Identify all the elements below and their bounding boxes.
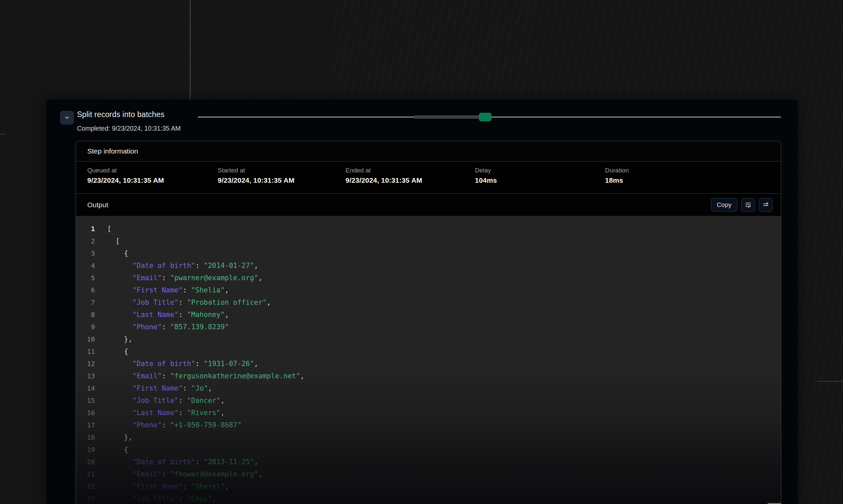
line-number: 23 (76, 493, 95, 504)
code-text: "Date of birth": "2014-01-27", (107, 259, 258, 272)
field-value: 9/23/2024, 10:31:35 AM (345, 176, 475, 184)
code-line: 3 { (76, 247, 781, 259)
code-line: 4 "Date of birth": "2014-01-27", (76, 259, 781, 272)
scroll-to-top-button[interactable] (759, 198, 773, 212)
scroll-to-top-icon (762, 201, 769, 208)
wrap-text-icon (745, 201, 752, 208)
code-line: 2 [ (76, 235, 781, 247)
line-number: 12 (76, 358, 95, 370)
code-line: 15 "Job Title": "Dancer", (76, 395, 781, 407)
code-line: 9 "Phone": "857.139.8239" (76, 321, 781, 333)
line-number: 4 (76, 259, 95, 272)
field-value: 9/23/2024, 10:31:35 AM (87, 176, 218, 184)
output-header: Output Copy (76, 194, 781, 216)
code-line: 1[ (76, 223, 781, 235)
code-text: [ (107, 223, 111, 235)
line-number: 14 (76, 382, 95, 395)
code-line: 7 "Job Title": "Probation officer", (76, 296, 781, 309)
output-code-viewer: 1[2 [3 {4 "Date of birth": "2014-01-27",… (76, 216, 781, 504)
line-number: 6 (76, 284, 95, 296)
code-text: "First Name": "Shelia", (107, 284, 229, 296)
code-text: "Job Title": "Dancer", (107, 395, 225, 407)
code-text: { (107, 345, 128, 358)
step-information-title: Step information (87, 147, 138, 155)
step-info-field: Queued at9/23/2024, 10:31:35 AM (87, 167, 218, 193)
step-info-field: Ended at9/23/2024, 10:31:35 AM (345, 167, 475, 193)
code-line: 14 "First Name": "Jo", (76, 382, 781, 395)
line-number: 11 (76, 345, 95, 358)
output-actions: Copy (711, 198, 773, 212)
step-info-field: Started at9/23/2024, 10:31:35 AM (218, 167, 345, 193)
line-number: 9 (76, 321, 95, 333)
code-line: 22 "First Name": "Sheryl", (76, 481, 781, 493)
field-value: 18ms (605, 176, 629, 184)
line-number: 1 (76, 223, 95, 235)
step-timeline (198, 117, 781, 118)
step-title: Split records into batches (77, 110, 164, 119)
copy-button[interactable]: Copy (711, 198, 738, 212)
line-number: 13 (76, 370, 95, 382)
code-text: "Email": "fhoward@example.org", (107, 468, 262, 481)
chevron-down-icon (64, 115, 70, 121)
code-text: "Last Name": "Rivers", (107, 407, 225, 419)
line-number: 17 (76, 419, 95, 431)
code-text: [ (107, 235, 120, 247)
field-label: Queued at (87, 167, 218, 174)
code-line: 21 "Email": "fhoward@example.org", (76, 468, 781, 481)
step-details-panel: Split records into batches Completed: 9/… (46, 100, 798, 504)
line-number: 18 (76, 431, 95, 444)
code-text: "First Name": "Sheryl", (107, 481, 229, 493)
code-line: 12 "Date of birth": "1931-07-26", (76, 358, 781, 370)
code-text: { (107, 444, 128, 456)
wrap-text-button[interactable] (741, 198, 755, 212)
line-number: 2 (76, 235, 95, 247)
field-value: 104ms (475, 176, 605, 184)
code-line: 8 "Last Name": "Mahoney", (76, 309, 781, 321)
line-number: 15 (76, 395, 95, 407)
code-text: "Date of birth": "2013-11-25", (107, 456, 258, 468)
code-line: 19 { (76, 444, 781, 456)
step-status-line: Completed: 9/23/2024, 10:31:35 AM (77, 125, 180, 132)
code-line: 17 "Phone": "+1-950-759-8687" (76, 419, 781, 431)
line-number: 5 (76, 272, 95, 284)
background-vertical-line (190, 0, 190, 100)
step-information-header: Step information (76, 141, 781, 161)
code-line: 10 }, (76, 333, 781, 345)
code-text: "Job Title": "Copy", (107, 493, 217, 504)
code-line: 16 "Last Name": "Rivers", (76, 407, 781, 419)
line-number: 20 (76, 456, 95, 468)
code-text: }, (107, 333, 133, 345)
code-line: 5 "Email": "pwarner@example.org", (76, 272, 781, 284)
step-information-card: Step information Queued at9/23/2024, 10:… (76, 141, 781, 504)
step-info-field: Delay104ms (475, 167, 605, 193)
code-text: "Phone": "+1-950-759-8687" (107, 419, 242, 431)
line-number: 19 (76, 444, 95, 456)
field-label: Duration (605, 167, 629, 174)
code-line: 18 }, (76, 431, 781, 444)
code-text: "Email": "fergusonkatherine@example.net"… (107, 370, 304, 382)
code-text: "Job Title": "Probation officer", (107, 296, 271, 309)
timeline-run-marker[interactable] (479, 113, 492, 121)
line-number: 7 (76, 296, 95, 309)
field-value: 9/23/2024, 10:31:35 AM (218, 176, 345, 184)
code-lines: 1[2 [3 {4 "Date of birth": "2014-01-27",… (76, 223, 781, 504)
field-label: Delay (475, 167, 605, 174)
code-text: "Last Name": "Mahoney", (107, 309, 229, 321)
line-number: 10 (76, 333, 95, 345)
line-number: 16 (76, 407, 95, 419)
step-header: Split records into batches Completed: 9/… (46, 100, 798, 141)
field-label: Ended at (345, 167, 475, 174)
timeline-queued-segment (414, 115, 479, 119)
code-text: }, (107, 431, 133, 444)
code-text: { (107, 247, 128, 259)
field-label: Started at (218, 167, 345, 174)
code-line: 11 { (76, 345, 781, 358)
line-number: 22 (76, 481, 95, 493)
code-line: 13 "Email": "fergusonkatherine@example.n… (76, 370, 781, 382)
code-line: 23 "Job Title": "Copy", (76, 493, 781, 504)
collapse-step-button[interactable] (60, 111, 74, 125)
code-text: "First Name": "Jo", (107, 382, 212, 395)
output-title: Output (87, 201, 108, 209)
step-info-field: Duration18ms (605, 167, 629, 193)
step-info-fields: Queued at9/23/2024, 10:31:35 AMStarted a… (76, 161, 781, 194)
